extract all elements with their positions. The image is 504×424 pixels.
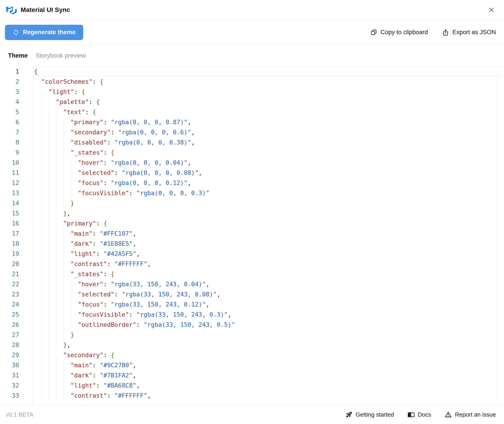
code-line-content[interactable]: "dark": "#1E88E5", bbox=[33, 238, 504, 249]
code-line[interactable]: 8"disabled": "rgba(0, 0, 0, 0.38)", bbox=[0, 137, 504, 147]
code-line[interactable]: 6"primary": "rgba(0, 0, 0, 0.87)", bbox=[0, 117, 504, 127]
code-line[interactable]: 20"contrast": "#FFFFFF", bbox=[0, 259, 504, 269]
indent-guide bbox=[34, 97, 41, 107]
code-line[interactable]: 12"focus": "rgba(0, 0, 0, 0.12)", bbox=[0, 178, 504, 188]
code-line-content[interactable]: "main": "#9C27B0", bbox=[33, 360, 504, 370]
indent-guide bbox=[56, 269, 63, 279]
code-line[interactable]: 4"palette": { bbox=[0, 97, 504, 107]
code-line-content[interactable]: "hover": "rgba(0, 0, 0, 0.04)", bbox=[33, 157, 504, 168]
code-line[interactable]: 7"secondary": "rgba(0, 0, 0, 0.6)", bbox=[0, 127, 504, 137]
indent-guide bbox=[71, 168, 78, 178]
code-line-content[interactable]: "selected": "rgba(0, 0, 0, 0.08)", bbox=[33, 168, 504, 178]
export-as-json-button[interactable]: Export as JSON bbox=[442, 29, 496, 36]
code-line-content[interactable]: "focus": "rgba(33, 150, 243, 0.12)", bbox=[33, 299, 504, 309]
code-line-content[interactable]: "hover": "rgba(33, 150, 243, 0.04)", bbox=[33, 279, 504, 289]
indent-guide bbox=[63, 157, 71, 168]
code-line[interactable]: 33"contrast": "#FFFFFF", bbox=[0, 390, 504, 401]
close-button[interactable] bbox=[487, 5, 496, 14]
code-line-content[interactable]: "_states": { bbox=[33, 147, 504, 157]
tab-storybook-preview[interactable]: Storybook preview bbox=[36, 52, 86, 59]
line-number: 30 bbox=[0, 360, 33, 370]
code-line[interactable]: 22"hover": "rgba(33, 150, 243, 0.04)", bbox=[0, 279, 504, 289]
code-line[interactable]: 17"main": "#FFC107", bbox=[0, 228, 504, 238]
code-editor[interactable]: 1{2"colorSchemes": {3"light": {4"palette… bbox=[0, 66, 504, 405]
code-line-content[interactable]: "primary": "rgba(0, 0, 0, 0.87)", bbox=[33, 117, 504, 127]
code-line-content[interactable]: }, bbox=[33, 208, 504, 218]
code-line[interactable]: 1{ bbox=[0, 66, 504, 76]
code-line-content[interactable]: "light": { bbox=[33, 87, 504, 97]
code-line-content[interactable]: "contrast": "#FFFFFF", bbox=[33, 259, 504, 269]
copy-to-clipboard-button[interactable]: Copy to clipboard bbox=[370, 29, 428, 36]
regenerate-theme-button[interactable]: Regenerate theme bbox=[5, 25, 83, 40]
indent-guide bbox=[49, 279, 56, 289]
code-line-content[interactable]: "contrast": "#FFFFFF", bbox=[33, 390, 504, 401]
code-line[interactable]: 21"_states": { bbox=[0, 269, 504, 279]
code-line-content[interactable]: { bbox=[33, 66, 504, 76]
code-line-content[interactable]: "secondary": "rgba(0, 0, 0, 0.6)", bbox=[33, 127, 504, 137]
indent-guide bbox=[41, 117, 49, 127]
code-line-content[interactable]: } bbox=[33, 198, 504, 208]
code-line[interactable]: 32"light": "#BA68C8", bbox=[0, 380, 504, 390]
indent-guide bbox=[56, 178, 63, 188]
indent-guide bbox=[56, 228, 63, 238]
code-line-content[interactable]: "focus": "rgba(0, 0, 0, 0.12)", bbox=[33, 178, 504, 188]
code-line[interactable]: 19"light": "#42A5F5", bbox=[0, 249, 504, 259]
code-line-content[interactable]: "main": "#FFC107", bbox=[33, 228, 504, 238]
line-number: 1 bbox=[0, 66, 33, 76]
code-line-content[interactable]: "colorSchemes": { bbox=[33, 76, 504, 87]
code-line[interactable]: 9"_states": { bbox=[0, 147, 504, 157]
code-line[interactable]: 2"colorSchemes": { bbox=[0, 76, 504, 87]
indent-guide bbox=[56, 249, 63, 259]
code-line-content[interactable]: "outlinedBorder": "rgba(33, 150, 243, 0.… bbox=[33, 320, 504, 330]
code-line-content[interactable]: "focusVisible": "rgba(0, 0, 0, 0.3)" bbox=[33, 188, 504, 198]
code-line[interactable]: 3"light": { bbox=[0, 87, 504, 97]
indent-guide bbox=[71, 178, 78, 188]
code-line[interactable]: 28}, bbox=[0, 340, 504, 350]
code-line[interactable]: 16"primary": { bbox=[0, 218, 504, 228]
code-line-content[interactable]: }, bbox=[33, 340, 504, 350]
code-line[interactable]: 27} bbox=[0, 330, 504, 340]
code-line-content[interactable]: "light": "#BA68C8", bbox=[33, 380, 504, 390]
code-line[interactable]: 10"hover": "rgba(0, 0, 0, 0.04)", bbox=[0, 157, 504, 168]
code-line[interactable]: 30"main": "#9C27B0", bbox=[0, 360, 504, 370]
code-line[interactable]: 26"outlinedBorder": "rgba(33, 150, 243, … bbox=[0, 320, 504, 330]
code-line-content[interactable]: "palette": { bbox=[33, 97, 504, 107]
docs-label: Docs bbox=[418, 411, 431, 418]
line-number: 18 bbox=[0, 238, 33, 249]
code-line[interactable]: 14} bbox=[0, 198, 504, 208]
code-line[interactable]: 31"dark": "#7B1FA2", bbox=[0, 370, 504, 380]
code-line-content[interactable]: "focusVisible": "rgba(33, 150, 243, 0.3)… bbox=[33, 309, 504, 320]
indent-guide bbox=[41, 330, 49, 340]
code-line-content[interactable]: "_states": { bbox=[33, 269, 504, 279]
indent-guide bbox=[41, 320, 49, 330]
indent-guide bbox=[63, 309, 71, 320]
code-line[interactable]: 18"dark": "#1E88E5", bbox=[0, 238, 504, 249]
indent-guide bbox=[63, 289, 71, 299]
docs-link[interactable]: Docs bbox=[407, 411, 431, 418]
code-line-content[interactable]: "dark": "#7B1FA2", bbox=[33, 370, 504, 380]
code-line[interactable]: 11"selected": "rgba(0, 0, 0, 0.08)", bbox=[0, 168, 504, 178]
line-number: 3 bbox=[0, 87, 33, 97]
code-line-content[interactable]: "secondary": { bbox=[33, 350, 504, 360]
indent-guide bbox=[41, 269, 49, 279]
code-line[interactable]: 29"secondary": { bbox=[0, 350, 504, 360]
code-line-content[interactable]: } bbox=[33, 330, 504, 340]
code-line[interactable]: 15}, bbox=[0, 208, 504, 218]
code-line-content[interactable]: "primary": { bbox=[33, 218, 504, 228]
code-line[interactable]: 25"focusVisible": "rgba(33, 150, 243, 0.… bbox=[0, 309, 504, 320]
indent-guide bbox=[41, 147, 49, 157]
indent-guide bbox=[56, 198, 63, 208]
code-line-content[interactable]: "text": { bbox=[33, 107, 504, 117]
code-line[interactable]: 5"text": { bbox=[0, 107, 504, 117]
code-line-content[interactable]: "disabled": "rgba(0, 0, 0, 0.38)", bbox=[33, 137, 504, 147]
code-line[interactable]: 23"selected": "rgba(33, 150, 243, 0.08)"… bbox=[0, 289, 504, 299]
getting-started-link[interactable]: Getting started bbox=[346, 411, 394, 418]
code-line-content[interactable]: "light": "#42A5F5", bbox=[33, 249, 504, 259]
indent-guide bbox=[71, 157, 78, 168]
code-line-content[interactable]: "selected": "rgba(33, 150, 243, 0.08)", bbox=[33, 289, 504, 299]
tab-theme[interactable]: Theme bbox=[8, 52, 28, 59]
line-number: 21 bbox=[0, 269, 33, 279]
code-line[interactable]: 13"focusVisible": "rgba(0, 0, 0, 0.3)" bbox=[0, 188, 504, 198]
report-an-issue-link[interactable]: Report an issue bbox=[445, 411, 496, 418]
code-line[interactable]: 24"focus": "rgba(33, 150, 243, 0.12)", bbox=[0, 299, 504, 309]
